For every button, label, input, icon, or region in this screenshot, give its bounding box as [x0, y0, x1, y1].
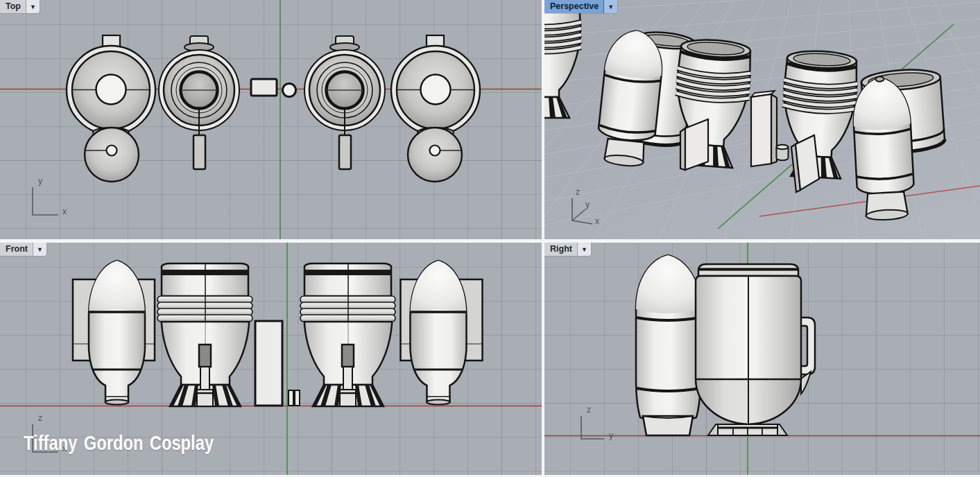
part-slab-leaning-2[interactable]: [791, 135, 819, 192]
chevron-down-icon[interactable]: ▼: [26, 0, 40, 13]
part-front-slab[interactable]: [255, 321, 282, 406]
chevron-down-icon[interactable]: ▼: [603, 0, 617, 13]
viewport-tab-top[interactable]: Top ▼: [0, 0, 40, 13]
part-front-small-slabs[interactable]: [289, 390, 300, 406]
viewport-tab-front[interactable]: Front ▼: [0, 243, 46, 256]
viewport-top[interactable]: Top ▼ y x: [0, 0, 542, 239]
part-front-ribbed-engine[interactable]: [157, 263, 252, 406]
scene-right-view: [544, 243, 980, 475]
part-bullet-rocket-left[interactable]: [595, 28, 666, 168]
viewport-title[interactable]: Top: [0, 0, 26, 13]
viewport-perspective[interactable]: Perspective ▼ z y x: [544, 0, 980, 239]
part-top-view-spacer-block[interactable]: [251, 79, 296, 97]
viewport-right[interactable]: Right ▼ z y: [544, 243, 980, 475]
scene-perspective-view: [544, 0, 980, 239]
part-small-cylinder[interactable]: [777, 145, 789, 160]
part-slab-vertical[interactable]: [751, 91, 777, 166]
watermark-text: Tiffany Gordon Cosplay: [24, 431, 214, 456]
modeling-app-canvas: Top ▼ y x: [0, 0, 980, 477]
part-top-view-tank[interactable]: [67, 35, 155, 182]
viewport-title[interactable]: Front: [0, 243, 33, 256]
viewport-front[interactable]: Front ▼ z x Tiffany Gordon Cosplay: [0, 243, 542, 475]
viewport-tab-perspective[interactable]: Perspective ▼: [544, 0, 617, 13]
viewport-title[interactable]: Right: [544, 243, 577, 256]
viewport-title[interactable]: Perspective: [544, 0, 603, 13]
viewport-tab-right[interactable]: Right ▼: [544, 243, 591, 256]
part-top-view-engine[interactable]: [159, 36, 239, 169]
part-ribbed-engine[interactable]: [544, 0, 581, 118]
chevron-down-icon[interactable]: ▼: [577, 243, 591, 256]
part-right-tank[interactable]: [696, 264, 815, 435]
scene-top-view: [0, 0, 542, 239]
part-right-bullet-rocket[interactable]: [636, 255, 700, 435]
part-front-bullet-rocket[interactable]: [73, 261, 155, 405]
chevron-down-icon[interactable]: ▼: [33, 243, 46, 256]
